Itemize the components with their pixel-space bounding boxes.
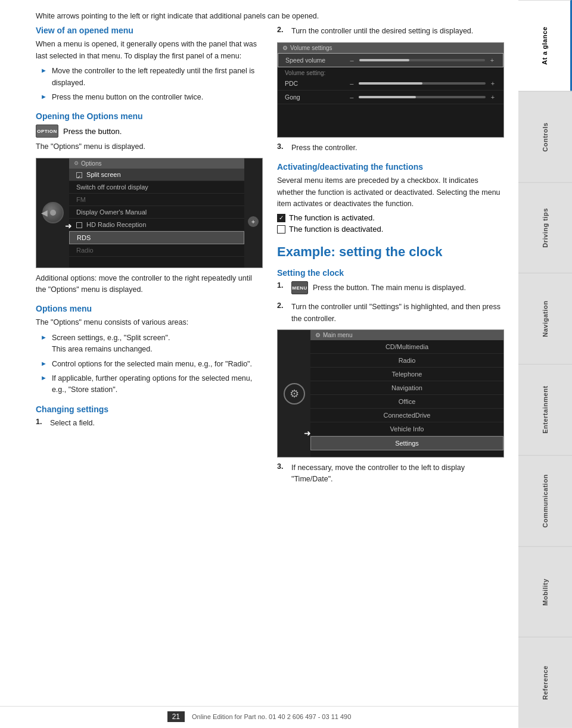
pdc-slider bbox=[359, 82, 486, 85]
num-text-3-press: Press the controller. bbox=[291, 142, 504, 154]
volume-screenshot: ⚙ Volume settings Speed volume – + Volum… bbox=[277, 42, 504, 138]
controller-left: ◀ bbox=[36, 158, 69, 267]
mainmenu-cd: CD/Multimedia bbox=[310, 340, 503, 354]
gear-icon: ⚙ bbox=[284, 383, 305, 405]
mainmenu-content: ⚙ Main menu CD/Multimedia Radio Telephon… bbox=[310, 330, 503, 457]
clock-text-1: Press the button. The main menu is displ… bbox=[313, 282, 466, 294]
bullet-item-1: ► Move the controller to the left repeat… bbox=[41, 66, 263, 89]
mainmenu-vehicleinfo: Vehicle Info bbox=[310, 422, 503, 436]
intro-text: White arrows pointing to the left or rig… bbox=[36, 11, 504, 22]
footer-text: Online Edition for Part no. 01 40 2 606 … bbox=[192, 713, 351, 720]
mainmenu-title: Main menu bbox=[323, 332, 352, 338]
check-activated-symbol: ✓ bbox=[277, 214, 285, 222]
numbered-item-select: 1. Select a field. bbox=[36, 418, 263, 429]
bullet-arrow-2: ► bbox=[41, 93, 47, 100]
menu-item-fm: FM bbox=[69, 194, 244, 206]
bullet-text-2: Press the menu button on the controller … bbox=[52, 92, 203, 103]
minus-speed: – bbox=[349, 57, 356, 64]
options-screenshot: ◀ ⚙ Options Split screen bbox=[36, 158, 263, 268]
check-activated-text: The function is activated. bbox=[289, 213, 375, 222]
clock-step-1-content: MENU Press the button. The main menu is … bbox=[291, 281, 466, 297]
numbered-item-turn: 2. Turn the controller until the desired… bbox=[277, 26, 504, 37]
check-deactivated-text: The function is deactivated. bbox=[289, 225, 383, 234]
menu-item-display-owners: Display Owner's Manual bbox=[69, 206, 244, 219]
bullet-text-1: Move the controller to the left repeated… bbox=[52, 66, 263, 89]
pdc-label: PDC bbox=[285, 80, 348, 87]
section1-body: When a menu is opened, it generally open… bbox=[36, 39, 263, 62]
menu-item-switchoff: Switch off control display bbox=[69, 181, 244, 194]
speed-volume-label: Speed volume bbox=[285, 57, 349, 64]
options-icon: ⚙ bbox=[74, 160, 79, 166]
mainmenu-radio: Radio bbox=[310, 354, 503, 368]
section6-body: Several menu items are preceded by a che… bbox=[277, 175, 504, 210]
section6-heading: Activating/deactivating the functions bbox=[277, 162, 504, 172]
volume-row-pdc: PDC – + bbox=[278, 77, 503, 91]
option-btn-row: OPTION Press the button. bbox=[36, 125, 263, 138]
menu-btn-label: MENU bbox=[292, 285, 307, 291]
mainmenu-inner: ⚙ ⚙ Main menu CD/Multimedia Radio Teleph… bbox=[278, 330, 503, 457]
sidebar-tab-label-navigation: Navigation bbox=[542, 301, 549, 337]
speed-slider-fill bbox=[359, 59, 410, 61]
sidebar-tab-at-a-glance[interactable]: At a glance bbox=[518, 0, 572, 91]
mainmenu-office: Office bbox=[310, 395, 503, 409]
sidebar-tab-label-controls: Controls bbox=[542, 122, 549, 151]
rds-label: RDS bbox=[77, 234, 91, 241]
options-menu-area: ⚙ Options Split screen Switch off contro… bbox=[69, 158, 244, 267]
sidebar-tab-navigation[interactable]: Navigation bbox=[518, 273, 572, 364]
right-sidebar: At a glance Controls Driving tips Naviga… bbox=[518, 0, 572, 728]
num-3-press: 3. bbox=[277, 142, 287, 151]
volume-setting-header: Volume setting: bbox=[278, 67, 503, 77]
menu-btn-row: MENU Press the button. The main menu is … bbox=[291, 281, 466, 294]
num-text-1: Select a field. bbox=[50, 418, 263, 429]
option-btn-inline-text: Press the button. bbox=[63, 127, 122, 136]
menu-item-radio: Radio bbox=[69, 244, 244, 257]
numbered-item-press: 3. Press the controller. bbox=[277, 142, 504, 154]
pdc-slider-fill bbox=[359, 82, 422, 85]
section3-heading: Options menu bbox=[36, 304, 263, 313]
sidebar-tab-reference[interactable]: Reference bbox=[518, 637, 572, 728]
menu-item-rds: RDS bbox=[69, 231, 244, 244]
section2-heading: Opening the Options menu bbox=[36, 111, 263, 121]
sidebar-tab-controls[interactable]: Controls bbox=[518, 91, 572, 182]
minus-pdc: – bbox=[348, 80, 355, 87]
main-content: White arrows pointing to the left or rig… bbox=[0, 0, 518, 728]
options-bullet-1: ► Screen settings, e.g., "Split screen".… bbox=[41, 332, 263, 356]
mainmenu-settings: Settings bbox=[310, 436, 503, 450]
options-title-bar: ⚙ Options bbox=[69, 158, 244, 169]
check-activated-row: ✓ The function is activated. bbox=[277, 213, 504, 222]
plus-speed: + bbox=[489, 57, 496, 64]
sidebar-tab-label-entertainment: Entertainment bbox=[542, 386, 549, 434]
screen-pointer-arrow: ➜ bbox=[65, 221, 72, 231]
sidebar-tab-label-communication: Communication bbox=[542, 474, 549, 528]
clock-num-1: 1. bbox=[277, 281, 287, 290]
page-number: 21 bbox=[167, 711, 185, 722]
sidebar-tab-label-at-a-glance: At a glance bbox=[541, 27, 548, 65]
sidebar-tab-communication[interactable]: Communication bbox=[518, 455, 572, 546]
right-column: 2. Turn the controller until the desired… bbox=[277, 26, 504, 490]
options-bullet-text-3: If applicable, further operating options… bbox=[52, 373, 263, 396]
gong-label: Gong bbox=[285, 94, 348, 101]
plus-gong: + bbox=[489, 94, 496, 101]
clock-text-2: Turn the controller until "Settings" is … bbox=[291, 301, 504, 325]
options-bullet-3: ► If applicable, further operating optio… bbox=[41, 373, 263, 396]
section1-heading: View of an opened menu bbox=[36, 26, 263, 35]
sidebar-tab-mobility[interactable]: Mobility bbox=[518, 546, 572, 637]
clock-text-3: If necessary, move the controller to the… bbox=[291, 462, 504, 486]
menu-item-hd-radio: HD Radio Reception bbox=[69, 219, 244, 231]
big-section-heading: Example: setting the clock bbox=[277, 244, 504, 260]
num-2: 2. bbox=[277, 26, 287, 34]
options-bullet-text-1: Screen settings, e.g., "Split screen".Th… bbox=[52, 332, 170, 356]
check-hdradio bbox=[76, 222, 82, 228]
sidebar-tab-driving-tips[interactable]: Driving tips bbox=[518, 182, 572, 273]
sidebar-tab-entertainment[interactable]: Entertainment bbox=[518, 364, 572, 455]
sidebar-tab-label-mobility: Mobility bbox=[542, 578, 549, 606]
check-splitscreen bbox=[76, 172, 82, 178]
check-deactivated-symbol bbox=[277, 225, 285, 234]
section7-heading: Setting the clock bbox=[277, 268, 504, 278]
clock-step-2: 2. Turn the controller until "Settings" … bbox=[277, 301, 504, 325]
options-displayed-text: The "Options" menu is displayed. bbox=[36, 141, 263, 153]
options-bullet-2: ► Control options for the selected main … bbox=[41, 359, 263, 370]
mainmenu-telephone: Telephone bbox=[310, 368, 503, 381]
additional-options-text: Additional options: move the controller … bbox=[36, 273, 263, 296]
mainmenu-screenshot: ⚙ ⚙ Main menu CD/Multimedia Radio Teleph… bbox=[277, 329, 504, 458]
